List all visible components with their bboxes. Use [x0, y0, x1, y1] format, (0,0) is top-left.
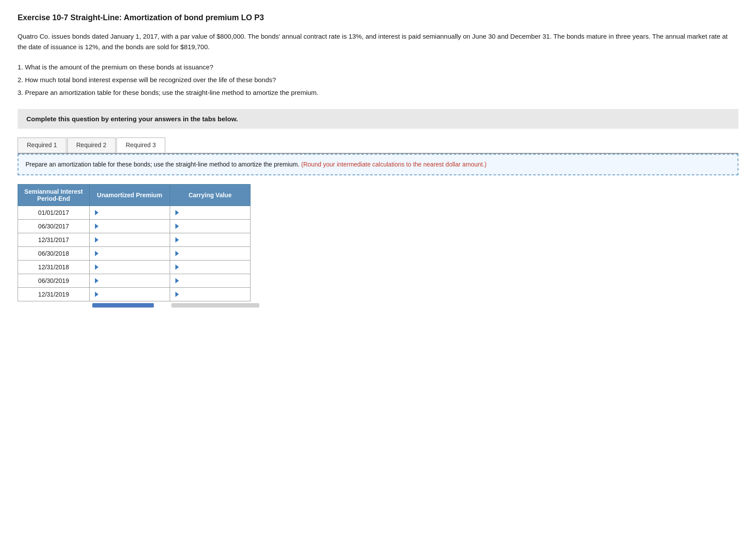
table-row: 06/30/2017 — [18, 220, 251, 233]
tab-required-2[interactable]: Required 2 — [67, 138, 116, 153]
questions-list: 1. What is the amount of the premium on … — [18, 61, 738, 98]
instruction-box: Complete this question by entering your … — [18, 109, 738, 129]
carrying-cell-3[interactable] — [170, 247, 250, 261]
carrying-input-6[interactable] — [182, 291, 245, 298]
date-cell-4: 12/31/2018 — [18, 261, 90, 274]
carrying-cell-4[interactable] — [170, 261, 250, 274]
unamortized-cell-6[interactable] — [89, 288, 170, 301]
triangle-icon — [95, 237, 98, 243]
tab-required-3[interactable]: Required 3 — [116, 138, 165, 153]
carrying-cell-1[interactable] — [170, 220, 250, 233]
date-cell-5: 06/30/2019 — [18, 274, 90, 288]
triangle-icon — [95, 210, 98, 215]
triangle-icon — [175, 278, 179, 283]
date-cell-2: 12/31/2017 — [18, 233, 90, 247]
triangle-icon — [175, 237, 179, 243]
carrying-cell-0[interactable] — [170, 206, 250, 220]
table-row: 12/31/2018 — [18, 261, 251, 274]
triangle-icon — [95, 264, 98, 270]
date-cell-3: 06/30/2018 — [18, 247, 90, 261]
unamortized-cell-0[interactable] — [89, 206, 170, 220]
carrying-input-4[interactable] — [182, 264, 245, 271]
triangle-icon — [95, 292, 98, 297]
tab-content-required3: Prepare an amortization table for these … — [18, 154, 738, 175]
amortization-table: Semiannual Interest Period-End Unamortiz… — [18, 184, 251, 301]
problem-description: Quatro Co. issues bonds dated January 1,… — [18, 31, 738, 52]
table-header-period: Semiannual Interest Period-End — [18, 185, 90, 206]
unamortized-input-6[interactable] — [101, 291, 164, 298]
unamortized-cell-4[interactable] — [89, 261, 170, 274]
tab-required-1[interactable]: Required 1 — [18, 138, 66, 153]
carrying-cell-6[interactable] — [170, 288, 250, 301]
carrying-input-0[interactable] — [182, 209, 245, 216]
carrying-input-3[interactable] — [182, 250, 245, 257]
unamortized-cell-3[interactable] — [89, 247, 170, 261]
date-cell-0: 01/01/2017 — [18, 206, 90, 220]
unamortized-input-0[interactable] — [101, 209, 164, 216]
carrying-input-2[interactable] — [182, 236, 245, 243]
triangle-icon — [175, 224, 179, 229]
unamortized-cell-2[interactable] — [89, 233, 170, 247]
triangle-icon — [175, 292, 179, 297]
unamortized-cell-5[interactable] — [89, 274, 170, 288]
table-row: 06/30/2019 — [18, 274, 251, 288]
carrying-cell-2[interactable] — [170, 233, 250, 247]
carrying-input-1[interactable] — [182, 223, 245, 230]
unamortized-input-4[interactable] — [101, 264, 164, 271]
unamortized-input-2[interactable] — [101, 236, 164, 243]
question-2: 2. How much total bond interest expense … — [18, 74, 738, 86]
table-row: 01/01/2017 — [18, 206, 251, 220]
table-row: 12/31/2019 — [18, 288, 251, 301]
tabs-container: Required 1 Required 2 Required 3 — [18, 138, 738, 154]
question-1: 1. What is the amount of the premium on … — [18, 61, 738, 73]
table-header-carrying: Carrying Value — [170, 185, 250, 206]
carrying-input-5[interactable] — [182, 277, 245, 284]
unamortized-input-1[interactable] — [101, 223, 164, 230]
date-cell-1: 06/30/2017 — [18, 220, 90, 233]
triangle-icon — [95, 224, 98, 229]
table-header-unamortized: Unamortized Premium — [89, 185, 170, 206]
unamortized-input-3[interactable] — [101, 250, 164, 257]
question-3: 3. Prepare an amortization table for the… — [18, 87, 738, 98]
tab-content-red-text: (Round your intermediate calculations to… — [301, 161, 487, 168]
triangle-icon — [175, 251, 179, 256]
triangle-icon — [95, 251, 98, 256]
table-row: 06/30/2018 — [18, 247, 251, 261]
triangle-icon — [175, 210, 179, 215]
date-cell-6: 12/31/2019 — [18, 288, 90, 301]
unamortized-input-5[interactable] — [101, 277, 164, 284]
unamortized-cell-1[interactable] — [89, 220, 170, 233]
tab-content-main-text: Prepare an amortization table for these … — [25, 161, 299, 168]
table-row: 12/31/2017 — [18, 233, 251, 247]
scrollbar-area — [18, 303, 738, 308]
page-title: Exercise 10-7 Straight-Line: Amortizatio… — [18, 13, 738, 22]
triangle-icon — [95, 278, 98, 283]
triangle-icon — [175, 264, 179, 270]
scrollbar-thumb-1[interactable] — [92, 303, 154, 308]
carrying-cell-5[interactable] — [170, 274, 250, 288]
scrollbar-track-1 — [171, 303, 259, 308]
